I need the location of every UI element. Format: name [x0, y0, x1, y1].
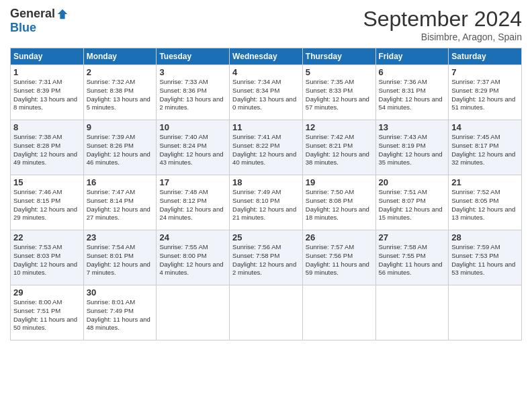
day-detail: Sunrise: 7:41 AMSunset: 8:22 PMDaylight:…: [232, 133, 296, 166]
day-number: 8: [13, 122, 81, 132]
month-title: September 2024: [363, 7, 522, 32]
day-number: 11: [232, 122, 300, 132]
day-number: 5: [306, 67, 373, 77]
calendar-day-cell: 9 Sunrise: 7:39 AMSunset: 8:26 PMDayligh…: [83, 120, 157, 175]
day-detail: Sunrise: 7:34 AMSunset: 8:34 PMDaylight:…: [232, 78, 296, 111]
day-detail: Sunrise: 7:40 AMSunset: 8:24 PMDaylight:…: [159, 133, 223, 166]
calendar-header-row: SundayMondayTuesdayWednesdayThursdayFrid…: [11, 48, 522, 65]
day-detail: Sunrise: 7:59 AMSunset: 7:53 PMDaylight:…: [451, 243, 515, 276]
calendar-day-cell: 21 Sunrise: 7:52 AMSunset: 8:05 PMDaylig…: [449, 175, 522, 230]
day-number: 14: [451, 122, 519, 132]
calendar-day-cell: 16 Sunrise: 7:47 AMSunset: 8:14 PMDaylig…: [83, 175, 157, 230]
calendar-day-cell: 26 Sunrise: 7:57 AMSunset: 7:56 PMDaylig…: [302, 230, 375, 285]
day-detail: Sunrise: 7:53 AMSunset: 8:03 PMDaylight:…: [13, 243, 77, 276]
calendar-header-tuesday: Tuesday: [157, 48, 230, 65]
day-detail: Sunrise: 7:58 AMSunset: 7:55 PMDaylight:…: [379, 243, 443, 276]
calendar-day-cell: 19 Sunrise: 7:50 AMSunset: 8:08 PMDaylig…: [302, 175, 375, 230]
calendar-header-sunday: Sunday: [11, 48, 84, 65]
calendar-day-cell: 10 Sunrise: 7:40 AMSunset: 8:24 PMDaylig…: [157, 120, 230, 175]
calendar-day-cell: 24 Sunrise: 7:55 AMSunset: 8:00 PMDaylig…: [157, 230, 230, 285]
day-number: 23: [87, 232, 154, 242]
day-detail: Sunrise: 7:57 AMSunset: 7:56 PMDaylight:…: [306, 243, 369, 276]
calendar-day-cell: 1 Sunrise: 7:31 AMSunset: 8:39 PMDayligh…: [11, 65, 84, 120]
day-number: 21: [451, 177, 519, 187]
calendar-week-row: 29 Sunrise: 8:00 AMSunset: 7:51 PMDaylig…: [11, 285, 522, 340]
calendar-day-cell: 13 Sunrise: 7:43 AMSunset: 8:19 PMDaylig…: [375, 120, 449, 175]
calendar-header-friday: Friday: [375, 48, 449, 65]
calendar-week-row: 22 Sunrise: 7:53 AMSunset: 8:03 PMDaylig…: [11, 230, 522, 285]
day-number: 17: [159, 177, 226, 187]
calendar-day-cell: 6 Sunrise: 7:36 AMSunset: 8:31 PMDayligh…: [375, 65, 449, 120]
day-number: 19: [306, 177, 373, 187]
day-number: 18: [232, 177, 300, 187]
day-detail: Sunrise: 7:50 AMSunset: 8:08 PMDaylight:…: [306, 188, 369, 221]
day-detail: Sunrise: 7:46 AMSunset: 8:15 PMDaylight:…: [13, 188, 77, 221]
calendar-day-cell: 22 Sunrise: 7:53 AMSunset: 8:03 PMDaylig…: [11, 230, 84, 285]
logo-general-text: General: [10, 7, 55, 21]
day-detail: Sunrise: 7:47 AMSunset: 8:14 PMDaylight:…: [87, 188, 150, 221]
calendar-day-cell: 23 Sunrise: 7:54 AMSunset: 8:01 PMDaylig…: [83, 230, 157, 285]
header: General Blue September 2024 Bisimbre, Ar…: [10, 7, 522, 42]
day-detail: Sunrise: 8:01 AMSunset: 7:49 PMDaylight:…: [87, 298, 150, 331]
calendar-header-wednesday: Wednesday: [230, 48, 303, 65]
day-detail: Sunrise: 7:43 AMSunset: 8:19 PMDaylight:…: [379, 133, 443, 166]
day-detail: Sunrise: 7:31 AMSunset: 8:39 PMDaylight:…: [13, 78, 77, 111]
day-detail: Sunrise: 7:37 AMSunset: 8:29 PMDaylight:…: [451, 78, 515, 111]
day-detail: Sunrise: 8:00 AMSunset: 7:51 PMDaylight:…: [13, 298, 77, 331]
calendar-day-cell: 8 Sunrise: 7:38 AMSunset: 8:28 PMDayligh…: [11, 120, 84, 175]
day-number: 13: [379, 122, 446, 132]
calendar-day-cell: [302, 285, 375, 340]
logo-icon: [56, 8, 69, 20]
day-number: 1: [13, 67, 81, 77]
day-number: 26: [306, 232, 373, 242]
day-number: 6: [379, 67, 446, 77]
day-detail: Sunrise: 7:33 AMSunset: 8:36 PMDaylight:…: [159, 78, 223, 111]
day-detail: Sunrise: 7:52 AMSunset: 8:05 PMDaylight:…: [451, 188, 515, 221]
day-detail: Sunrise: 7:49 AMSunset: 8:10 PMDaylight:…: [232, 188, 296, 221]
calendar-day-cell: 20 Sunrise: 7:51 AMSunset: 8:07 PMDaylig…: [375, 175, 449, 230]
calendar-day-cell: 7 Sunrise: 7:37 AMSunset: 8:29 PMDayligh…: [449, 65, 522, 120]
day-detail: Sunrise: 7:38 AMSunset: 8:28 PMDaylight:…: [13, 133, 77, 166]
calendar-header-monday: Monday: [83, 48, 157, 65]
day-number: 29: [13, 287, 81, 298]
day-detail: Sunrise: 7:55 AMSunset: 8:00 PMDaylight:…: [159, 243, 223, 276]
calendar-header-thursday: Thursday: [302, 48, 375, 65]
calendar-day-cell: 27 Sunrise: 7:58 AMSunset: 7:55 PMDaylig…: [375, 230, 449, 285]
day-number: 2: [87, 67, 154, 77]
day-number: 27: [379, 232, 446, 242]
day-number: 15: [13, 177, 81, 187]
day-detail: Sunrise: 7:35 AMSunset: 8:33 PMDaylight:…: [306, 78, 369, 111]
day-detail: Sunrise: 7:48 AMSunset: 8:12 PMDaylight:…: [159, 188, 223, 221]
logo-blue-text: Blue: [10, 21, 36, 35]
calendar-table: SundayMondayTuesdayWednesdayThursdayFrid…: [10, 48, 522, 340]
calendar-day-cell: 3 Sunrise: 7:33 AMSunset: 8:36 PMDayligh…: [157, 65, 230, 120]
calendar-week-row: 1 Sunrise: 7:31 AMSunset: 8:39 PMDayligh…: [11, 65, 522, 120]
calendar-day-cell: 11 Sunrise: 7:41 AMSunset: 8:22 PMDaylig…: [230, 120, 303, 175]
calendar-day-cell: [230, 285, 303, 340]
day-number: 16: [87, 177, 154, 187]
day-number: 10: [159, 122, 226, 132]
day-detail: Sunrise: 7:42 AMSunset: 8:21 PMDaylight:…: [306, 133, 369, 166]
title-section: September 2024 Bisimbre, Aragon, Spain: [363, 7, 522, 42]
calendar-day-cell: [449, 285, 522, 340]
calendar-day-cell: 12 Sunrise: 7:42 AMSunset: 8:21 PMDaylig…: [302, 120, 375, 175]
calendar-day-cell: 18 Sunrise: 7:49 AMSunset: 8:10 PMDaylig…: [230, 175, 303, 230]
day-number: 22: [13, 232, 81, 242]
page: General Blue September 2024 Bisimbre, Ar…: [0, 0, 532, 411]
calendar-day-cell: [157, 285, 230, 340]
calendar-day-cell: 5 Sunrise: 7:35 AMSunset: 8:33 PMDayligh…: [302, 65, 375, 120]
day-number: 25: [232, 232, 300, 242]
calendar-header-saturday: Saturday: [449, 48, 522, 65]
day-detail: Sunrise: 7:32 AMSunset: 8:38 PMDaylight:…: [87, 78, 150, 111]
day-number: 12: [306, 122, 373, 132]
calendar-day-cell: 14 Sunrise: 7:45 AMSunset: 8:17 PMDaylig…: [449, 120, 522, 175]
calendar-week-row: 15 Sunrise: 7:46 AMSunset: 8:15 PMDaylig…: [11, 175, 522, 230]
location: Bisimbre, Aragon, Spain: [363, 32, 522, 42]
day-number: 30: [87, 287, 154, 298]
day-number: 24: [159, 232, 226, 242]
calendar-day-cell: [375, 285, 449, 340]
calendar-day-cell: 28 Sunrise: 7:59 AMSunset: 7:53 PMDaylig…: [449, 230, 522, 285]
calendar-day-cell: 2 Sunrise: 7:32 AMSunset: 8:38 PMDayligh…: [83, 65, 157, 120]
day-detail: Sunrise: 7:51 AMSunset: 8:07 PMDaylight:…: [379, 188, 443, 221]
day-detail: Sunrise: 7:45 AMSunset: 8:17 PMDaylight:…: [451, 133, 515, 166]
